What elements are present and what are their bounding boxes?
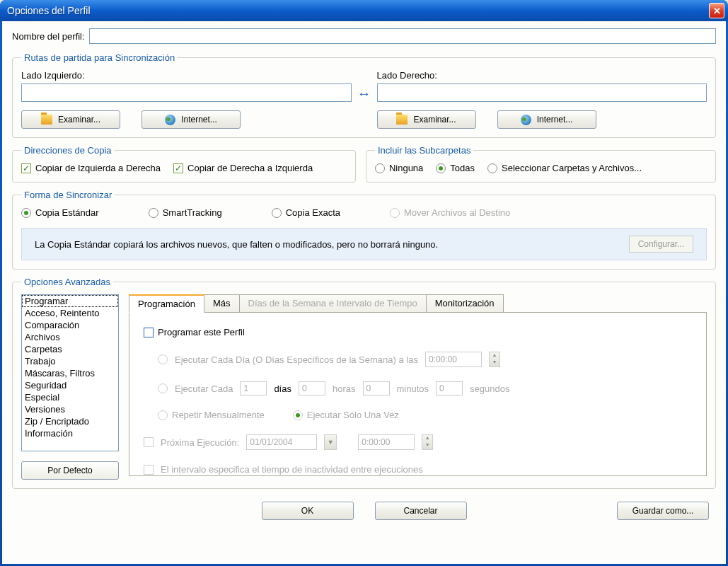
tab-mas[interactable]: Más (204, 294, 240, 313)
right-side: Lado Derecho: Examinar... Internet... (377, 70, 707, 129)
right-browse-button[interactable]: Examinar... (377, 110, 476, 129)
routes-fieldset: Rutas de partida para Sincronización Lad… (12, 52, 716, 138)
monthly-radio: Repetir Mensualmente (158, 410, 265, 420)
list-item[interactable]: Seguridad (22, 379, 118, 391)
right-side-label: Lado Derecho: (377, 70, 707, 81)
advanced-fieldset: Opciones Avanzadas Programar Acceso, Rei… (12, 277, 716, 489)
copy-directions-legend: Direcciones de Copia (21, 145, 115, 156)
checkbox-icon (144, 328, 154, 337)
list-item[interactable]: Trabajo (22, 355, 118, 367)
sync-description-text: La Copia Estándar copiará los archivos n… (35, 239, 438, 250)
list-item[interactable]: Programar (22, 295, 118, 307)
tabs-area: Programación Más Días de la Semana e Int… (129, 294, 707, 480)
right-internet-button[interactable]: Internet... (497, 110, 596, 129)
enable-schedule-row: Programar este Perfil (144, 327, 692, 337)
titlebar[interactable]: Opciones del Perfil ✕ (0, 0, 728, 21)
daily-time-input: 0:00:00 (425, 352, 482, 367)
list-item[interactable]: Carpetas (22, 343, 118, 355)
copy-directions-fieldset: Direcciones de Copia ✓ Copiar de Izquier… (12, 145, 356, 183)
radio-icon (149, 208, 158, 218)
dialog-content: Nombre del perfil: Rutas de partida para… (2, 21, 726, 564)
list-item[interactable]: Versiones (22, 403, 118, 415)
folder-icon (396, 115, 408, 125)
radio-icon (436, 163, 446, 173)
ok-button[interactable]: OK (262, 502, 354, 520)
radio-icon (272, 208, 282, 218)
list-item[interactable]: Acceso, Reintento (22, 307, 118, 319)
globe-icon (521, 115, 531, 125)
left-side: Lado Izquierdo: Examinar... Internet... (21, 70, 352, 129)
subfolders-legend: Incluir las Subcarpetas (375, 145, 474, 156)
sync-description-panel: La Copia Estándar copiará los archivos n… (21, 228, 707, 260)
next-time-input: 0:00:00 (358, 434, 415, 450)
radio-icon (158, 383, 168, 393)
once-radio: Ejecutar Sólo Una Vez (293, 410, 399, 420)
idle-row: El intervalo especifica el tiempo de ina… (144, 464, 692, 475)
secs-input (436, 381, 463, 395)
sync-standard-radio[interactable]: Copia Estándar (21, 207, 99, 218)
checkbox-icon: ✓ (173, 163, 183, 173)
profile-name-label: Nombre del perfil: (12, 31, 85, 42)
next-date-input: 01/01/2004 (246, 434, 317, 450)
enable-schedule-checkbox[interactable]: Programar este Perfil (144, 327, 245, 337)
run-daily-row: Ejecutar Cada Día (O Días Específicos de… (158, 352, 692, 367)
window-title: Opciones del Perfil (7, 5, 91, 16)
close-button[interactable]: ✕ (709, 3, 724, 18)
list-item[interactable]: Información (22, 427, 118, 439)
profile-name-input[interactable] (89, 28, 716, 44)
list-item[interactable]: Zip / Encriptado (22, 415, 118, 427)
tab-programacion[interactable]: Programación (129, 294, 204, 313)
copy-ltr-checkbox[interactable]: ✓ Copiar de Izquierda a Derecha (21, 163, 161, 173)
radio-icon (21, 208, 31, 218)
left-internet-button[interactable]: Internet... (141, 110, 241, 129)
sync-arrows-icon: ↔ (357, 86, 371, 102)
dialog-window: Opciones del Perfil ✕ Nombre del perfil:… (0, 0, 728, 566)
save-as-button[interactable]: Guardar como... (617, 502, 709, 520)
radio-icon (158, 354, 168, 364)
radio-icon (390, 208, 400, 218)
repeat-row: Repetir Mensualmente Ejecutar Sólo Una V… (158, 410, 692, 420)
left-browse-button[interactable]: Examinar... (21, 110, 120, 129)
tab-monitorizacion[interactable]: Monitorización (426, 294, 504, 313)
list-item[interactable]: Archivos (22, 331, 118, 343)
folder-icon (41, 115, 52, 125)
globe-icon (165, 115, 175, 125)
run-every-row: Ejecutar Cada días horas minutos segundo… (158, 381, 692, 395)
cancel-button[interactable]: Cancelar (375, 502, 467, 520)
list-item[interactable]: Comparación (22, 319, 118, 331)
list-item[interactable]: Especial (22, 391, 118, 403)
radio-icon (487, 163, 497, 173)
configure-button: Configurar... (629, 236, 693, 253)
sync-exact-radio[interactable]: Copia Exacta (272, 207, 340, 218)
mins-input (363, 381, 390, 395)
advanced-listbox[interactable]: Programar Acceso, Reintento Comparación … (21, 294, 119, 451)
advanced-legend: Opciones Avanzadas (21, 277, 113, 287)
chevron-down-icon: ▼ (324, 434, 337, 450)
subfolders-select-radio[interactable]: Seleccionar Carpetas y Archivos... (487, 163, 642, 173)
tab-dias: Días de la Semana e Intervalo de Tiempo (239, 294, 427, 313)
sync-mode-legend: Forma de Sincronizar (21, 190, 115, 200)
list-item[interactable]: Máscaras, Filtros (22, 367, 118, 379)
sync-mode-fieldset: Forma de Sincronizar Copia Estándar Smar… (12, 190, 716, 270)
subfolders-all-radio[interactable]: Todas (436, 163, 475, 173)
checkbox-icon (144, 465, 154, 475)
checkbox-icon: ✓ (21, 163, 31, 173)
default-button[interactable]: Por Defecto (21, 461, 119, 480)
spinner-icon: ▲▼ (422, 434, 433, 450)
checkbox-icon (144, 437, 154, 447)
profile-name-row: Nombre del perfil: (12, 28, 716, 44)
close-icon: ✕ (713, 6, 721, 16)
radio-icon (158, 410, 168, 420)
copy-rtl-checkbox[interactable]: ✓ Copiar de Derecha a Izquierda (173, 163, 313, 173)
radio-icon (293, 410, 303, 420)
subfolders-none-radio[interactable]: Ninguna (375, 163, 423, 173)
routes-legend: Rutas de partida para Sincronización (21, 52, 178, 63)
next-run-row: Próxima Ejecución: 01/01/2004 ▼ 0:00:00 … (144, 434, 692, 450)
days-input (240, 381, 267, 395)
radio-icon (375, 163, 385, 173)
sync-smart-radio[interactable]: SmartTracking (149, 207, 222, 218)
right-path-input[interactable] (377, 83, 707, 102)
subfolders-fieldset: Incluir las Subcarpetas Ninguna Todas Se… (366, 145, 716, 183)
sync-move-radio: Mover Archivos al Destino (390, 207, 510, 218)
left-path-input[interactable] (21, 83, 352, 102)
